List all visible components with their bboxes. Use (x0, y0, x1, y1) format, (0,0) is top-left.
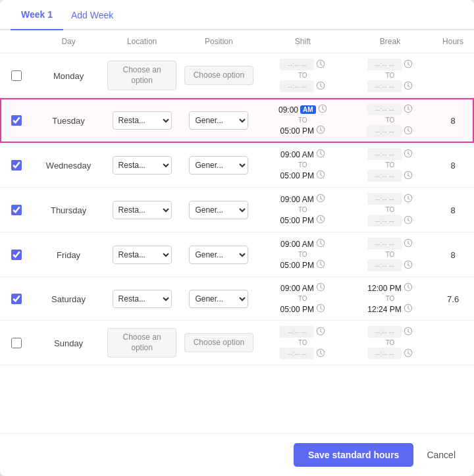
location-cell-wednesday: Resta... (103, 143, 180, 188)
checkbox-sunday[interactable] (11, 338, 22, 348)
break-cell-tuesday: --:-- -- TO--:-- -- (348, 98, 432, 143)
checkbox-monday[interactable] (11, 70, 22, 81)
location-cell-thursday: Resta... (103, 188, 180, 232)
clock-icon[interactable] (316, 304, 325, 315)
table-header-row: Day Location Position Shift Break Hours (0, 30, 474, 53)
clock-icon[interactable] (404, 126, 413, 137)
svg-line-8 (408, 64, 409, 65)
row-wednesday: WednesdayResta...Gener...09:00 AM TO05:0… (0, 143, 474, 188)
clock-icon[interactable] (316, 194, 325, 205)
location-cell-sunday: Choose an option (103, 321, 180, 365)
clock-icon[interactable] (316, 215, 325, 226)
clock-icon[interactable] (316, 170, 325, 181)
svg-line-41 (321, 219, 322, 221)
clock-icon[interactable] (404, 304, 413, 315)
clock-icon[interactable] (404, 215, 413, 226)
location-select-thursday[interactable]: Resta... (113, 201, 172, 219)
clock-icon[interactable] (404, 149, 413, 160)
checkbox-cell-thursday (0, 188, 34, 232)
hours-cell-friday: 8 (432, 232, 474, 277)
location-cell-saturday: Resta... (103, 277, 180, 321)
clock-icon[interactable] (404, 81, 413, 92)
location-select-friday[interactable]: Resta... (113, 246, 172, 264)
svg-line-5 (321, 86, 322, 87)
clock-icon[interactable] (404, 104, 413, 115)
svg-line-23 (408, 130, 409, 132)
clock-icon[interactable] (318, 104, 327, 115)
shift-cell-thursday: 09:00 AM TO05:00 PM (257, 188, 348, 232)
checkbox-cell-sunday (0, 321, 34, 365)
hours-cell-saturday: 7.6 (432, 277, 474, 321)
break-cell-friday: --:-- -- TO--:-- -- (348, 232, 432, 277)
checkbox-cell-saturday (0, 277, 34, 321)
svg-line-77 (321, 353, 322, 354)
col-header-shift: Shift (257, 30, 348, 53)
break-cell-thursday: --:-- -- TO--:-- -- (348, 188, 432, 232)
checkbox-wednesday[interactable] (11, 160, 22, 171)
tabs-bar: Week 1 Add Week (0, 0, 474, 30)
location-select-saturday[interactable]: Resta... (113, 290, 172, 308)
svg-line-47 (408, 220, 409, 221)
clock-icon[interactable] (316, 149, 325, 160)
clock-icon[interactable] (404, 171, 413, 182)
location-select-wednesday[interactable]: Resta... (113, 156, 172, 174)
break-cell-monday: --:-- -- TO--:-- -- (348, 53, 432, 98)
break-cell-sunday: --:-- -- TO--:-- -- (348, 321, 432, 365)
svg-line-32 (408, 153, 409, 155)
clock-icon[interactable] (404, 282, 413, 294)
cancel-button[interactable]: Cancel (421, 443, 461, 467)
clock-icon[interactable] (316, 348, 325, 359)
checkbox-friday[interactable] (11, 250, 22, 260)
clock-icon[interactable] (404, 348, 413, 359)
position-select-friday[interactable]: Gener... (189, 246, 248, 264)
row-friday: FridayResta...Gener...09:00 AM TO05:00 P… (0, 232, 474, 277)
checkbox-thursday[interactable] (11, 205, 22, 215)
svg-line-71 (408, 308, 409, 309)
clock-icon[interactable] (404, 260, 413, 271)
checkbox-tuesday[interactable] (11, 115, 22, 126)
day-label-thursday: Thursday (34, 188, 103, 232)
clock-icon[interactable] (316, 125, 325, 136)
svg-line-59 (408, 265, 409, 266)
clock-icon[interactable] (316, 282, 325, 294)
tab-add-week[interactable]: Add Week (63, 1, 121, 30)
location-select-tuesday[interactable]: Resta... (113, 111, 172, 130)
clock-icon[interactable] (316, 259, 325, 271)
clock-icon[interactable] (316, 327, 325, 338)
row-thursday: ThursdayResta...Gener...09:00 AM TO05:00… (0, 188, 474, 232)
position-select-saturday[interactable]: Gener... (189, 290, 248, 308)
position-cell-sunday: Choose option (180, 321, 257, 365)
position-cell-monday: Choose option (180, 53, 257, 98)
day-label-monday: Monday (34, 53, 103, 98)
clock-icon[interactable] (316, 238, 325, 250)
position-cell-wednesday: Gener... (180, 143, 257, 188)
location-placeholder-monday[interactable]: Choose an option (107, 61, 176, 90)
hours-value-friday: 8 (451, 250, 456, 260)
position-placeholder-sunday[interactable]: Choose option (184, 333, 253, 353)
save-standard-hours-button[interactable]: Save standard hours (294, 443, 414, 467)
checkbox-saturday[interactable] (11, 294, 22, 304)
schedule-table-container: Day Location Position Shift Break Hours … (0, 30, 474, 433)
col-header-checkbox (0, 30, 34, 53)
svg-line-26 (321, 153, 322, 155)
clock-icon[interactable] (404, 327, 413, 338)
clock-icon[interactable] (404, 59, 413, 70)
location-placeholder-sunday[interactable]: Choose an option (107, 328, 176, 357)
position-select-wednesday[interactable]: Gener... (189, 156, 248, 174)
tab-week1[interactable]: Week 1 (11, 0, 63, 30)
hours-cell-tuesday: 8 (432, 98, 474, 143)
day-label-tuesday: Tuesday (34, 98, 103, 143)
clock-icon[interactable] (316, 59, 325, 70)
col-header-position: Position (180, 30, 257, 53)
clock-icon[interactable] (404, 238, 413, 250)
position-placeholder-monday[interactable]: Choose option (184, 66, 253, 86)
location-cell-monday: Choose an option (103, 53, 180, 98)
col-header-break: Break (348, 30, 432, 53)
position-select-tuesday[interactable]: Gener... (189, 111, 248, 130)
checkbox-cell-wednesday (0, 143, 34, 188)
clock-icon[interactable] (404, 194, 413, 205)
shift-cell-saturday: 09:00 AM TO05:00 PM (257, 277, 348, 321)
position-select-thursday[interactable]: Gener... (189, 201, 248, 219)
row-saturday: SaturdayResta...Gener...09:00 AM TO05:00… (0, 277, 474, 321)
clock-icon[interactable] (316, 81, 325, 92)
